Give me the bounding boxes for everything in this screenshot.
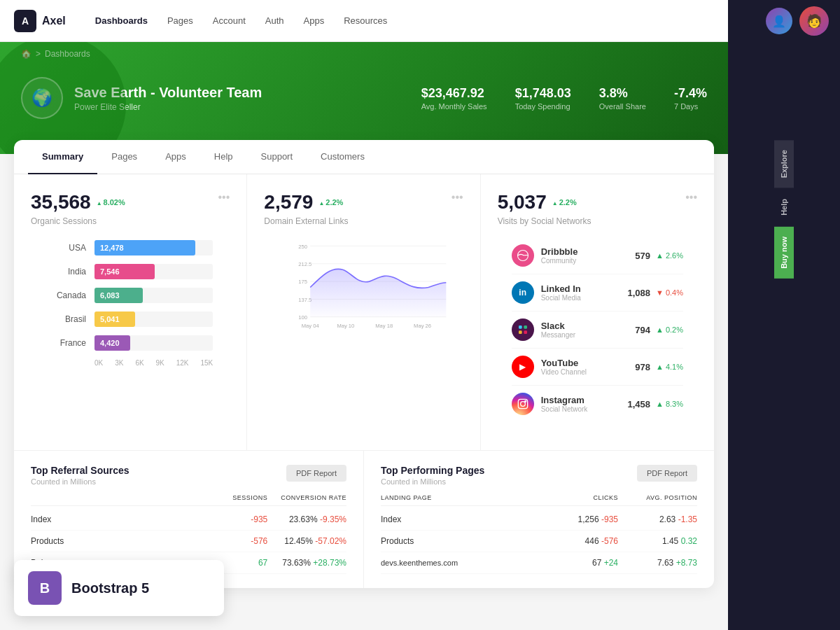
tabs: Summary Pages Apps Help Support Customer… (14, 140, 714, 174)
pages-table-header: LANDING PAGE CLICKS AVG. POSITION (381, 494, 697, 506)
buy-button[interactable]: Buy now (774, 227, 794, 279)
bootstrap-icon: B (28, 571, 62, 605)
breadcrumb-separator: > (36, 49, 41, 59)
home-icon[interactable]: 🏠 (21, 49, 31, 59)
main-card: Summary Pages Apps Help Support Customer… (14, 140, 714, 588)
dribbble-icon (512, 244, 534, 267)
linkedin-icon: in (512, 281, 534, 304)
social-visits-panel: ••• 5,037 2.2% Visits by Social Networks (481, 174, 714, 450)
svg-text:May 18: May 18 (376, 323, 393, 329)
social-visits-badge: 2.2% (552, 198, 577, 206)
social-visits-label: Visits by Social Networks (498, 216, 697, 226)
svg-text:100: 100 (299, 314, 308, 321)
tab-apps[interactable]: Apps (151, 140, 200, 174)
nav-auth[interactable]: Auth (257, 11, 293, 30)
breadcrumb-current: Dashboards (45, 49, 90, 59)
more-button-1[interactable]: ••• (451, 191, 463, 204)
dribbble-info: Dribbble Community (541, 246, 578, 265)
domain-links-value: 2,579 2.2% (264, 191, 451, 214)
right-panel-top: 👤 🧑 (728, 0, 840, 42)
svg-point-20 (520, 402, 525, 407)
nav-pages[interactable]: Pages (159, 11, 202, 30)
organic-sessions-value: 35,568 8.02% (31, 191, 218, 214)
right-panel: Explore Help Buy now (728, 0, 840, 630)
svg-text:212.5: 212.5 (299, 261, 312, 267)
organic-sessions-badge: 8.02% (97, 198, 125, 206)
svg-text:May 04: May 04 (302, 323, 319, 329)
svg-text:250: 250 (299, 244, 308, 250)
bar-axis: 0K3K6K9K12K15K (48, 359, 213, 367)
bar-row-india: India 7,546 (48, 264, 213, 279)
tab-help[interactable]: Help (200, 140, 247, 174)
nav-apps[interactable]: Apps (295, 11, 333, 30)
tab-customers[interactable]: Customers (307, 140, 379, 174)
pdf-report-button-1[interactable]: PDF Report (637, 465, 697, 482)
hero-stats: $23,467.92 Avg. Monthly Sales $1,748.03 … (421, 86, 707, 111)
bar-row-brasil: Brasil 5,041 (48, 312, 213, 327)
bar-row-usa: USA 12,478 (48, 240, 213, 255)
organic-sessions-label: Organic Sessions (31, 216, 230, 226)
instagram-info: Instagram Social Network (541, 395, 588, 413)
social-row-youtube: ▶ YouTube Video Channel 978 ▲ 4.1% (512, 349, 683, 386)
line-chart-svg: 250 212.5 175 137.5 100 (281, 240, 446, 335)
explore-button[interactable]: Explore (774, 140, 794, 188)
pages-row-1: Products 446 -576 1.45 0.32 (381, 531, 697, 552)
brand-icon: A (14, 10, 36, 32)
svg-point-21 (524, 400, 526, 402)
nav-account[interactable]: Account (204, 11, 254, 30)
bar-chart: USA 12,478 India 7,546 Canada (31, 226, 230, 381)
linkedin-info: Linked In Social Media (541, 284, 581, 302)
right-avatar[interactable]: 👤 (766, 8, 792, 34)
pages-panel: PDF Report Top Performing Pages Counted … (364, 451, 714, 588)
referral-table-header: SESSIONS CONVERSION RATE (31, 494, 346, 506)
svg-rect-15 (519, 326, 522, 329)
line-chart: 250 212.5 175 137.5 100 (264, 226, 463, 351)
youtube-icon: ▶ (512, 356, 534, 378)
pages-row-2: devs.keenthemes.com 67 +24 7.63 +8.73 (381, 552, 697, 574)
svg-rect-16 (524, 326, 527, 329)
social-visits-value: 5,037 2.2% (498, 191, 686, 214)
domain-links-label: Domain External Links (264, 216, 463, 226)
svg-text:175: 175 (299, 279, 308, 285)
slack-icon (512, 318, 534, 341)
svg-rect-18 (524, 330, 527, 334)
hero-stat-1: $1,748.03 Today Spending (515, 86, 571, 111)
hero-text: Save Earth - Volunteer Team Power Elite … (74, 85, 262, 112)
hero-subtitle: Power Elite Seller (74, 102, 262, 112)
nav-links: Dashboards Pages Account Auth Apps Resou… (87, 11, 738, 30)
tab-pages[interactable]: Pages (97, 140, 151, 174)
social-list: Dribbble Community 579 ▲ 2.6% in Linked … (498, 226, 697, 433)
social-row-linkedin: in Linked In Social Media 1,088 ▼ 0.4% (512, 274, 683, 312)
nav-dashboards[interactable]: Dashboards (87, 11, 156, 30)
social-row-dribbble: Dribbble Community 579 ▲ 2.6% (512, 237, 683, 274)
help-button[interactable]: Help (774, 189, 794, 225)
more-button-2[interactable]: ••• (685, 191, 697, 204)
bar-row-canada: Canada 6,083 (48, 288, 213, 303)
pages-row-0: Index 1,256 -935 2.63 -1.35 (381, 509, 697, 531)
bootstrap-badge: B Bootstrap 5 (14, 560, 224, 616)
referral-row-0: Index -935 23.63% -9.35% (31, 509, 346, 531)
social-row-slack: Slack Messanger 794 ▲ 0.2% (512, 312, 683, 349)
bar-row-france: France 4,420 (48, 335, 213, 351)
pdf-report-button-0[interactable]: PDF Report (286, 465, 346, 482)
domain-links-badge: 2.2% (318, 198, 343, 206)
svg-rect-17 (519, 330, 522, 334)
svg-text:May 26: May 26 (414, 323, 431, 329)
svg-text:May 10: May 10 (337, 323, 355, 329)
tab-summary[interactable]: Summary (28, 140, 97, 174)
user-avatar[interactable]: 🧑 (799, 6, 829, 36)
brand[interactable]: A Axel (14, 10, 66, 32)
nav-resources[interactable]: Resources (335, 11, 396, 30)
tab-support[interactable]: Support (247, 140, 307, 174)
referral-row-1: Products -576 12.45% -57.02% (31, 531, 346, 552)
social-row-instagram: Instagram Social Network 1,458 ▲ 8.3% (512, 386, 683, 422)
organic-sessions-panel: ••• 35,568 8.02% Organic Sessions USA 12… (14, 174, 247, 450)
breadcrumb: 🏠 > Dashboards (21, 49, 90, 59)
hero-section: 🏠 > Dashboards 🌍 Save Earth - Volunteer … (0, 42, 728, 154)
stats-grid: ••• 35,568 8.02% Organic Sessions USA 12… (14, 174, 714, 450)
hero-logo: 🌍 (21, 77, 63, 119)
more-button-0[interactable]: ••• (218, 191, 230, 204)
svg-text:137.5: 137.5 (299, 297, 312, 303)
hero-stat-2: 3.8% Overall Share (599, 86, 646, 111)
navbar: A Axel Dashboards Pages Account Auth App… (0, 0, 840, 42)
